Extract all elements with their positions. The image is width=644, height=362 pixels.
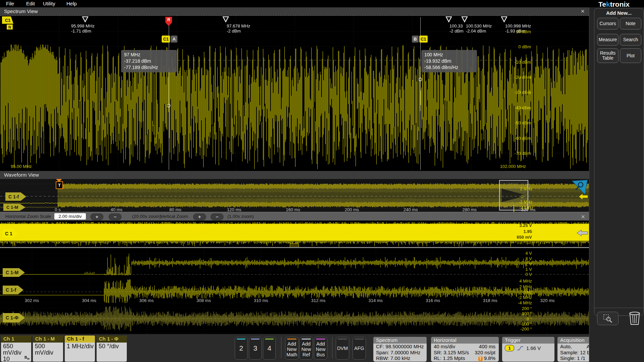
c1f-scale-label: 0 Hz <box>523 290 532 295</box>
c1-scale-label: 3.25 V <box>519 223 532 228</box>
c1f-scale-label: 2 MHz <box>519 284 532 289</box>
horizontal-settings-panel[interactable]: Horizontal 40 ms/div 400 ms SR: 3.125 MS… <box>431 337 499 362</box>
peak-marker-icon[interactable] <box>222 16 229 22</box>
h-zoom-scale-field[interactable]: 2.00 ms/div <box>54 213 86 220</box>
spectrum-plot[interactable]: C1 N R 95.998 MHz-1.71 dBm97.678 MHz-2 d… <box>0 15 589 171</box>
trigger-settings-panel[interactable]: Trigger 1 1.66 V <box>502 337 554 362</box>
c1p-scale-label: 0 ° <box>527 316 532 321</box>
c1p-scale-label: 200 ° <box>522 306 532 311</box>
add-new-ref-button[interactable]: AddNewRef <box>300 337 313 360</box>
spectrum-trace-canvas[interactable] <box>0 16 589 171</box>
h-zoom-factor: (20.00x zoom) <box>132 214 161 219</box>
menu-file[interactable]: File <box>6 1 14 6</box>
zoomed-waveform-view[interactable]: C 1 C 1-M C 1-f C 1-Φ 3.25 V1.95650 mV-6… <box>0 221 589 334</box>
channel-badge-settings: 50 °/div <box>97 343 127 350</box>
cursor-b-badge[interactable]: B <box>412 36 419 43</box>
cursor-a-badge[interactable]: A <box>171 36 177 43</box>
channel-badge[interactable]: Ch 1 - Φ50 °/div <box>97 336 127 362</box>
cursor-a-channel-badge[interactable]: C1 <box>162 36 170 43</box>
results-table-button[interactable]: Results Table <box>597 48 619 63</box>
add-channel-4-button[interactable]: 4 <box>263 337 276 360</box>
horizontal-window: 400 ms <box>479 344 495 350</box>
dvm-button[interactable]: DVM <box>336 337 349 360</box>
add-channel-2-button[interactable]: 2 <box>235 337 248 360</box>
slot-label: AddNewMath <box>285 341 298 357</box>
add-channel-3-button[interactable]: 3 <box>249 337 262 360</box>
bandwidth-badge: Bw <box>24 355 30 360</box>
cursor-b-channel-badge[interactable]: C1 <box>419 36 428 43</box>
zoom-cursor-tick <box>514 205 514 212</box>
close-icon[interactable]: ✕ <box>581 214 585 220</box>
cursor-b-amp: -19.932 dBm <box>424 58 474 64</box>
acq-mode: Auto, <box>560 344 572 350</box>
amplitude-axis-label: -10 dBm <box>515 60 531 65</box>
overview-time-label: 120 ms <box>227 207 241 212</box>
v-zoom-plus-icon[interactable]: + <box>193 214 206 220</box>
peak-marker-label: 100.530 MHz-2.04 dBm <box>466 23 492 34</box>
c1m-scale-label: 4 V <box>525 251 532 256</box>
zoom-overview-magnifier-icon[interactable] <box>572 180 588 195</box>
slot-color-stripe <box>338 339 347 340</box>
amplitude-axis-label: -60 dBm <box>515 136 531 141</box>
peak-marker-icon[interactable] <box>501 16 507 22</box>
c1-scale-label: -650 mV <box>515 240 532 245</box>
cursors-button[interactable]: Cursors <box>597 18 619 29</box>
zoom-select-button[interactable] <box>597 312 619 325</box>
c1-scale-label: 1.95 <box>524 229 532 234</box>
waveform-overview[interactable]: T C 1-f C 1-M 0 s40 ms80 ms120 ms160 ms2… <box>0 179 589 212</box>
slot-color-stripe <box>237 339 246 340</box>
zoomed-time-label: 314 ms <box>368 298 383 303</box>
menu-edit[interactable]: Edit <box>26 1 35 6</box>
channel-badge-name: Ch 1 - M <box>33 336 63 343</box>
h-zoom-minus-icon[interactable]: − <box>109 214 121 220</box>
h-zoom-plus-icon[interactable]: + <box>91 214 103 220</box>
channel-badge[interactable]: Ch 1 - f1 MHz/div <box>65 336 95 362</box>
status-bar: Ch 1650 mV/div10 dBm/div1 GHzBwCh 1 - M5… <box>0 334 644 362</box>
close-icon[interactable]: ✕ <box>581 8 585 14</box>
slot-color-stripe <box>355 339 364 340</box>
channel-badge[interactable]: Ch 1650 mV/div10 dBm/div1 GHzBw <box>1 336 31 362</box>
zoom-scale-bar: Horizontal Zoom Scale 2.00 ms/div + − (2… <box>0 212 589 221</box>
c1-scale-label: 650 mV <box>517 235 532 240</box>
slot-label: DVM <box>336 346 349 351</box>
channel-corner-sub-badge[interactable]: N <box>7 24 13 29</box>
c1m-scale-label: 3 V <box>525 256 532 261</box>
add-new-math-button[interactable]: AddNewMath <box>285 337 299 360</box>
plot-button[interactable]: Plot <box>620 48 641 63</box>
measure-button[interactable]: Measure <box>597 34 619 46</box>
spectrum-view-title: Spectrum View <box>4 8 38 14</box>
amplitude-axis-label: 10 dBm <box>516 29 531 34</box>
peak-marker-icon[interactable] <box>461 16 468 22</box>
afg-button[interactable]: AFG <box>353 337 366 360</box>
zoomed-time-label: 308 ms <box>197 298 211 303</box>
overview-time-label: 280 ms <box>462 207 477 212</box>
zoomed-time-label: 302 ms <box>25 298 39 303</box>
channel-badge-settings: 1 MHz/div <box>65 343 95 350</box>
spectrum-span: Span: 7.00000 MHz <box>373 350 427 356</box>
v-zoom-minus-icon[interactable]: − <box>211 214 223 220</box>
trash-icon[interactable] <box>628 311 641 325</box>
note-button[interactable]: Note <box>620 18 641 29</box>
trigger-panel-title: Trigger <box>502 337 554 344</box>
zoomed-time-label: 306 ms <box>139 298 154 303</box>
cursor-a-density: -77.189 dBm/Hz <box>124 64 174 71</box>
trigger-marker-badge[interactable]: T <box>56 181 63 189</box>
menu-utility[interactable]: Utility <box>43 1 55 6</box>
h-zoom-scale-label: Horizontal Zoom Scale <box>5 214 51 219</box>
channel-badge[interactable]: Ch 1 - M500 mV/div <box>33 336 63 362</box>
add-new-bus-button[interactable]: AddNewBus <box>314 337 327 360</box>
trigger-position-icon: T <box>478 357 483 361</box>
peak-marker-icon[interactable] <box>82 16 89 22</box>
zoomed-trace-canvas[interactable] <box>0 221 589 334</box>
logo-te: Te <box>598 0 606 8</box>
search-button[interactable]: Search <box>620 34 641 46</box>
menu-bar: File Edit Utility Help Tektronix <box>0 0 644 7</box>
peak-marker-icon[interactable] <box>445 16 452 22</box>
trigger-level: 1.66 V <box>526 345 541 351</box>
add-new-panel: Add New... CursorsNoteMeasureSearchResul… <box>594 8 644 316</box>
divider <box>332 337 332 358</box>
channel-position-arrow-icon[interactable] <box>576 229 588 237</box>
menu-help[interactable]: Help <box>66 1 77 6</box>
spectrum-settings-panel[interactable]: Spectrum CF: 98.5000000 MHz Span: 7.0000… <box>373 337 427 362</box>
amplitude-axis-label: -40 dBm <box>515 105 531 110</box>
